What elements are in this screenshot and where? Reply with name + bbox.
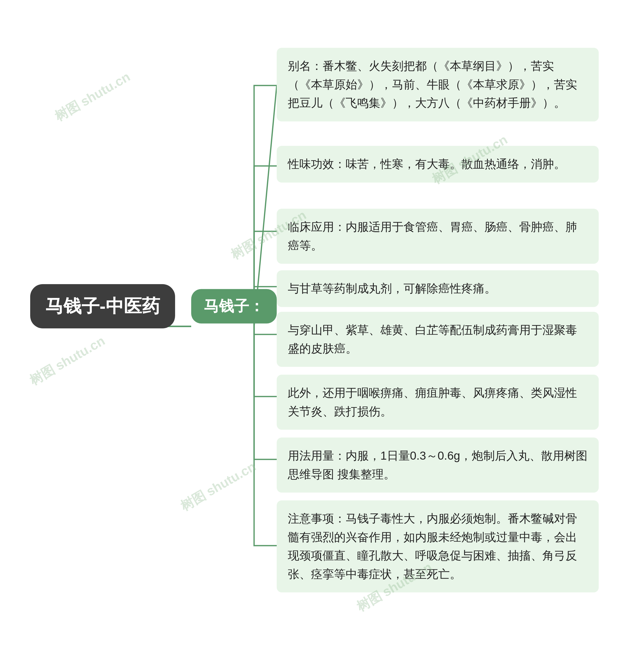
branch-text-8: 注意事项：马钱子毒性大，内服必须炮制。番木鳖碱对骨髓有强烈的兴奋作用，如内服未经… <box>288 512 577 581</box>
branch-box-7: 用法用量：内服，1日量0.3～0.6g，炮制后入丸、散用树图思维导图 搜集整理。 <box>277 437 599 492</box>
mindmap-container: 马钱子-中医药 马钱子： 别名：番木鳖、火失刻把都（《本草纲目》），苦实（《本草… <box>0 0 644 653</box>
branch-box-5: 与穿山甲、紫草、雄黄、白芷等配伍制成药膏用于湿聚毒盛的皮肤癌。 <box>277 312 599 367</box>
branch-box-6: 此外，还用于咽喉痹痛、痈疽肿毒、风痹疼痛、类风湿性关节炎、跌打损伤。 <box>277 374 599 430</box>
branch-text-3: 临床应用：内服适用于食管癌、胃癌、肠癌、骨肿癌、肺癌等。 <box>288 220 577 252</box>
branch-text-4: 与甘草等药制成丸剂，可解除癌性疼痛。 <box>288 282 496 295</box>
branch-text-5: 与穿山甲、紫草、雄黄、白芷等配伍制成药膏用于湿聚毒盛的皮肤癌。 <box>288 323 577 355</box>
branch-box-4: 与甘草等药制成丸剂，可解除癌性疼痛。 <box>277 270 599 307</box>
branch-box-1: 别名：番木鳖、火失刻把都（《本草纲目》），苦实（《本草原始》），马前、牛眼（《本… <box>277 48 599 121</box>
branch-text-2: 性味功效：味苦，性寒，有大毒。散血热通络，消肿。 <box>288 158 566 170</box>
branch-box-8: 注意事项：马钱子毒性大，内服必须炮制。番木鳖碱对骨髓有强烈的兴奋作用，如内服未经… <box>277 500 599 592</box>
sub-center-node: 马钱子： <box>191 289 277 323</box>
branch-text-6: 此外，还用于咽喉痹痛、痈疽肿毒、风痹疼痛、类风湿性关节炎、跌打损伤。 <box>288 386 577 418</box>
branch-text-1: 别名：番木鳖、火失刻把都（《本草纲目》），苦实（《本草原始》），马前、牛眼（《本… <box>288 59 577 110</box>
center-node: 马钱子-中医药 <box>30 284 175 329</box>
branch-text-7: 用法用量：内服，1日量0.3～0.6g，炮制后入丸、散用树图思维导图 搜集整理。 <box>288 449 588 481</box>
branch-box-3: 临床应用：内服适用于食管癌、胃癌、肠癌、骨肿癌、肺癌等。 <box>277 209 599 264</box>
branch-box-2: 性味功效：味苦，性寒，有大毒。散血热通络，消肿。 <box>277 146 599 183</box>
